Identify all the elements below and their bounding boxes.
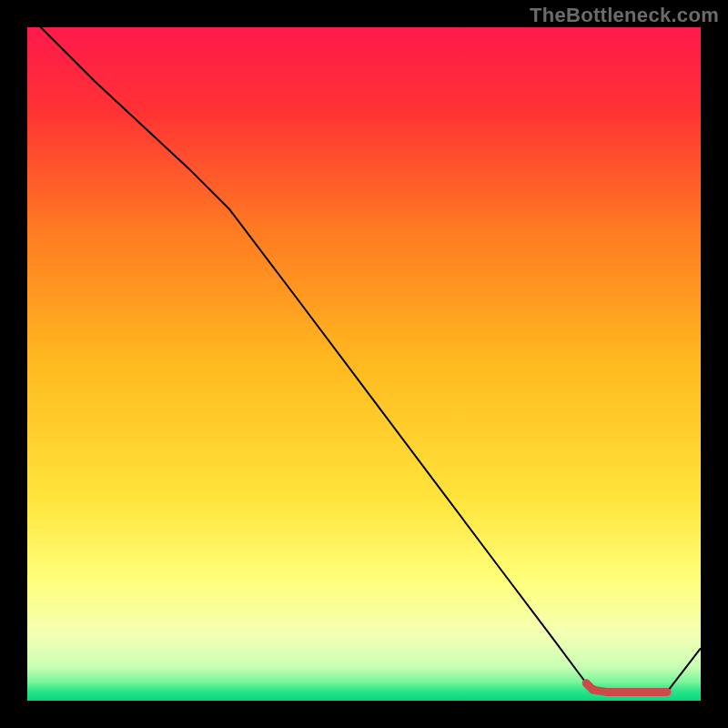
attribution-label: TheBottleneck.com bbox=[530, 4, 719, 27]
gradient-background bbox=[27, 27, 701, 701]
chart-svg bbox=[27, 27, 701, 701]
chart-frame: TheBottleneck.com bbox=[0, 0, 728, 728]
plot-area bbox=[27, 27, 701, 701]
